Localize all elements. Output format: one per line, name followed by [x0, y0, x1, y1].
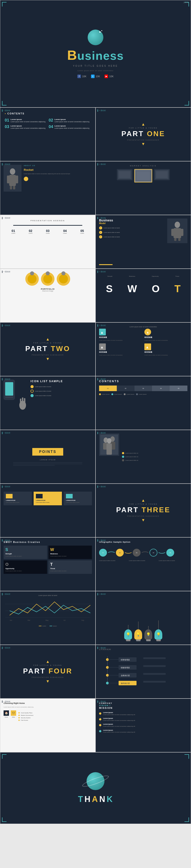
svg-rect-66 [143, 673, 166, 675]
svg-text:经营管理层: 经营管理层 [121, 659, 130, 661]
biz-text: Lorem ipsum dolor sit amet [104, 227, 120, 228]
swot-strength: Strength [107, 276, 112, 277]
mission-subtitle: VISION / [99, 704, 187, 707]
c2-text: Lorem Ipsum [114, 394, 122, 395]
svg-rect-64 [143, 665, 166, 667]
contents2-slide: 一页幻灯 CONTENTS 01 02 03 04 05 Lorem Ipsum… [96, 376, 191, 430]
about-text: Lorem ipsum dolor sit amet consectetur a… [24, 173, 92, 175]
org-subtitle: 公司组织机构 [99, 648, 187, 651]
lorem-icon-2: ▲ [144, 329, 151, 335]
portfolio-subtitle: Diamond Image [42, 290, 53, 292]
card-title: 绿光性标题 [144, 351, 152, 353]
slide-label: 一页幻灯 [2, 593, 10, 595]
image-placeholder [155, 170, 169, 179]
info-text-2: Lorem ipsum dolor sit amet [129, 560, 158, 561]
lorem-icon-4: ▲ [144, 343, 151, 350]
c2-dot-dark [136, 393, 138, 395]
svg-text:Jul: Jul [63, 619, 65, 621]
swotc-card-text: Lorem ipsum dolor sit amet [50, 555, 90, 557]
slide-label: 一页幻灯 [2, 486, 10, 488]
swotc-letter-s: S [5, 548, 45, 552]
slide-label: 一页幻灯 [2, 324, 10, 327]
hand-icon [18, 396, 27, 410]
contents2-item-3: Lorem Ipsum [124, 393, 134, 395]
iconlist-slide: 一页幻灯 ICON LIST SAMPLE Lorem ipsum dolor … [0, 376, 96, 430]
points-button: POINTS [32, 448, 63, 456]
mission-dot-teal [99, 730, 101, 732]
legend-teal: Ipsum [50, 625, 57, 627]
option-card-3: LOREM IPSUM Lorem ipsum dolor sit amet [64, 492, 92, 505]
circle-inner [43, 275, 52, 283]
home-icons: 🏠 House 🛡 Safety [4, 710, 16, 718]
hf-dot [18, 719, 20, 721]
hf-dot [18, 715, 20, 716]
part-num: ONE [147, 130, 165, 138]
slide-label: 一页幻灯 [98, 486, 106, 488]
house-label: House [5, 716, 8, 718]
hf-text: Modern Environment [21, 715, 33, 716]
bulb-body-gray: 💡 [144, 629, 152, 640]
team-photo [99, 433, 119, 456]
home-feature-1: Good Quality Place [18, 712, 33, 714]
lorem-icon-1: ▲ [99, 329, 106, 335]
cover-title: Business [67, 48, 124, 63]
svg-rect-11 [156, 171, 167, 178]
person-svg [6, 167, 19, 189]
contents-item-2: 02 Lorem IpsumLorem ipsum dolor sit amet… [49, 118, 91, 123]
svg-rect-4 [10, 186, 12, 189]
part-title: PART THREE [116, 506, 170, 514]
mission-item-4: Lorem Ipsum Lorem ipsum dolor sit amet c… [99, 729, 187, 733]
social-twitter: t 10K [91, 74, 100, 78]
house-icon: 🏠 [4, 710, 9, 716]
home-feature-2: Modern Environment [18, 715, 33, 716]
svg-text:Sep: Sep [81, 619, 84, 621]
bulb-slide: 一页幻灯 💡 💡 💡 💡 [96, 591, 191, 645]
home-slide: 一页幻灯 Choosing Right Home Lorem ipsum dol… [0, 699, 96, 752]
lorem-grid: ▲ 绿光性标题 Lorem ipsum dolor sit amet conse… [99, 329, 187, 356]
bulb-base [146, 640, 151, 641]
bulb-wire [148, 626, 148, 629]
swotc-card-o: O Opportunity Lorem ipsum dolor sit amet [4, 560, 47, 574]
svg-text:▲: ▲ [145, 345, 149, 349]
thanks-letter-n: N [99, 795, 106, 804]
part-three-slide: 一页幻灯 ▲ FOR LITTLE & YOUNG PART THREE PRE… [96, 484, 191, 537]
option-card-2: LOREM IPSUM Lorem ipsum dolor sit amet [34, 492, 62, 505]
slide-label: 一页幻灯 [2, 163, 10, 165]
bubble-3: 03 [133, 549, 141, 557]
part-num: THREE [142, 506, 170, 514]
bulb-base [136, 640, 141, 641]
bulb-body-teal: 💡 [124, 629, 132, 640]
bulb-wire [128, 625, 129, 629]
points-line [13, 464, 82, 464]
thanks-letter-t: T [78, 795, 83, 804]
hf-text: Security System [21, 717, 30, 718]
icon-circle-outline [30, 390, 34, 393]
contents-text: Lorem IpsumLorem ipsum dolor sit amet co… [54, 118, 89, 123]
lorem-card-3: ▲ 绿光性标题 Lorem ipsum dolor sit amet conse… [99, 343, 142, 356]
part-label: FOR LITTLE & YOUNG [129, 503, 158, 505]
slide-label: 一页幻灯 [2, 110, 10, 112]
icon-row-2: Lorem ipsum dolor sit amet [30, 390, 92, 393]
swotc-grid: S Strength Lorem ipsum dolor sit amet W … [4, 546, 92, 574]
part-desc: PRESENTATION SUBHEADER [127, 516, 159, 517]
swot-o: O [152, 284, 160, 294]
slide-label: 一页幻灯 [2, 217, 10, 219]
cover-social: f 10K t 10K ▶ 10K [77, 74, 114, 78]
slide-row-6: 一页幻灯 ICON LIST SAMPLE Lorem ipsum dolor … [0, 376, 191, 430]
svg-rect-65 [143, 668, 161, 669]
cover-tagline: Lorem ipsum dolor sit amet consectetur [78, 70, 114, 71]
infographic-texts: Lorem ipsum dolor sit amet Lorem ipsum d… [99, 560, 187, 561]
corner-decoration [2, 754, 6, 759]
part-label: FOR LITTLE & YOUNG [129, 127, 158, 129]
svg-rect-28 [22, 397, 23, 405]
slide-row-8: 一页幻灯 LOREM IPSUM Lorem ipsum dolor sit a… [0, 484, 191, 537]
mission-dot [99, 718, 101, 720]
swot-letters: S W O T [99, 284, 187, 294]
biz-subtitle: Model [99, 222, 165, 224]
svg-text:业务执行层: 业务执行层 [121, 675, 130, 677]
bar-seg-5: 05 [170, 385, 187, 391]
bulb-wire [158, 620, 159, 629]
cover-subtitle: YOUR TITLE GOES HERE [73, 65, 118, 67]
contents-item-3: 03 Lorem IpsumLorem ipsum dolor sit amet… [5, 125, 47, 129]
contents-text: Lorem IpsumLorem ipsum dolor sit amet co… [54, 125, 89, 129]
